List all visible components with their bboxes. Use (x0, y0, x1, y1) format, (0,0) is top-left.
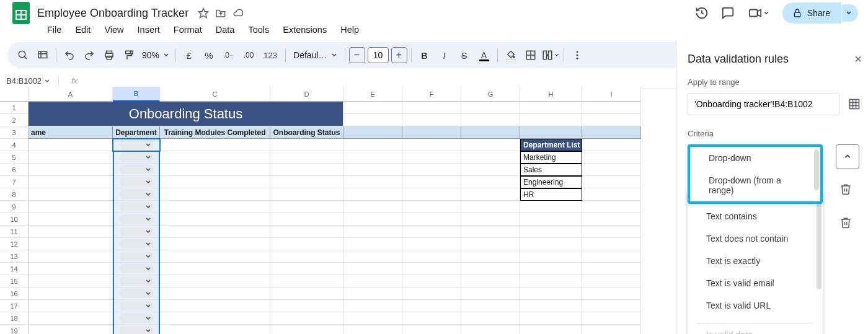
name-box[interactable]: B4:B1002 (6, 76, 53, 86)
cell[interactable] (29, 275, 113, 288)
cell[interactable] (461, 263, 520, 275)
cell[interactable] (582, 325, 641, 334)
cell[interactable] (29, 263, 113, 275)
menu-format[interactable]: Format (167, 22, 208, 37)
cell[interactable] (29, 300, 113, 312)
zoom-select[interactable]: 90% (140, 50, 172, 60)
cell[interactable] (461, 201, 520, 213)
banner-cell[interactable]: Onboarding Status (29, 102, 343, 126)
row-header[interactable]: 15 (0, 275, 29, 288)
cell[interactable] (402, 164, 461, 176)
criteria-option-text-exactly[interactable]: Text is exactly (688, 250, 823, 272)
move-icon[interactable] (214, 6, 228, 20)
cell[interactable] (160, 226, 270, 238)
cell[interactable] (461, 250, 520, 263)
cell[interactable]: Engineering (520, 176, 582, 188)
cell[interactable] (343, 213, 402, 226)
cell[interactable] (582, 151, 641, 164)
cell[interactable] (29, 288, 113, 300)
cell[interactable] (582, 263, 641, 275)
menu-insert[interactable]: Insert (131, 22, 166, 37)
cell[interactable] (29, 188, 113, 201)
cell[interactable] (29, 151, 113, 164)
col-header-i[interactable]: I (582, 87, 641, 102)
cell[interactable] (520, 288, 582, 300)
cell[interactable] (270, 176, 343, 188)
dropdown-chip[interactable] (119, 165, 154, 174)
cell[interactable] (270, 164, 343, 176)
col-header-d[interactable]: D (270, 87, 343, 102)
dropdown-chip[interactable] (119, 239, 154, 248)
cell[interactable]: Sales (520, 164, 582, 176)
cell[interactable] (160, 139, 270, 151)
criteria-option-dropdown[interactable]: Drop-down (690, 147, 820, 169)
col-header-h[interactable]: H (520, 87, 582, 102)
cell[interactable] (520, 250, 582, 263)
cell[interactable] (520, 201, 582, 213)
col-header-a[interactable]: A (29, 87, 113, 102)
criteria-option-valid-url[interactable]: Text is valid URL (688, 294, 823, 317)
cell[interactable] (343, 164, 402, 176)
cell[interactable] (343, 288, 402, 300)
select-all-corner[interactable] (0, 87, 29, 102)
row-header[interactable]: 3 (0, 126, 29, 139)
cell[interactable] (29, 164, 113, 176)
dropdown-chip[interactable] (119, 190, 154, 199)
cell[interactable] (402, 288, 461, 300)
menu-data[interactable]: Data (210, 22, 241, 37)
cell[interactable]: HR (520, 188, 582, 201)
row-header[interactable]: 12 (0, 238, 29, 250)
more-formats-button[interactable]: 123 (259, 46, 281, 64)
cell[interactable] (113, 300, 160, 312)
increase-decimal-icon[interactable]: .00 (239, 46, 258, 64)
cell[interactable] (160, 325, 270, 334)
paint-format-icon[interactable] (120, 46, 138, 64)
cell[interactable] (343, 176, 402, 188)
cell[interactable] (520, 102, 582, 114)
cell[interactable] (343, 325, 402, 334)
col-header-b[interactable]: B (113, 87, 160, 102)
cell[interactable] (343, 250, 402, 263)
meet-icon[interactable] (746, 6, 771, 20)
row-header[interactable]: 19 (0, 325, 29, 334)
cell[interactable] (461, 213, 520, 226)
font-size-input[interactable] (368, 47, 389, 63)
delete-option-icon[interactable] (839, 183, 853, 196)
cell[interactable] (270, 238, 343, 250)
cell[interactable] (343, 300, 402, 312)
row-header[interactable]: 1 (0, 102, 29, 114)
dropdown-chip[interactable] (119, 227, 154, 236)
cell[interactable] (343, 151, 402, 164)
menu-tools[interactable]: Tools (242, 22, 275, 37)
col-header-f[interactable]: F (402, 87, 461, 102)
cell[interactable] (461, 164, 520, 176)
scrollbar[interactable] (817, 196, 822, 289)
cell[interactable] (270, 325, 343, 334)
cell[interactable] (520, 114, 582, 126)
cell[interactable] (160, 250, 270, 263)
cell[interactable] (582, 250, 641, 263)
cell[interactable]: ame (29, 126, 113, 139)
cell[interactable]: Onboarding Status (270, 126, 343, 139)
select-range-icon[interactable] (846, 95, 863, 113)
cell[interactable] (113, 188, 160, 201)
cell[interactable] (461, 325, 520, 334)
dropdown-chip[interactable] (119, 202, 154, 211)
menu-help[interactable]: Help (334, 22, 365, 37)
cell[interactable] (113, 213, 160, 226)
cell[interactable] (402, 126, 461, 139)
cell[interactable] (461, 275, 520, 288)
criteria-option-valid-email[interactable]: Text is valid email (688, 272, 823, 294)
cell[interactable] (113, 312, 160, 325)
cell[interactable] (461, 102, 520, 114)
percent-icon[interactable]: % (200, 46, 218, 64)
cell[interactable] (582, 201, 641, 213)
criteria-option-text-contains[interactable]: Text contains (688, 205, 823, 227)
cell[interactable] (343, 263, 402, 275)
cell[interactable] (402, 188, 461, 201)
cloud-status-icon[interactable] (231, 6, 245, 20)
sheet-view-icon[interactable] (33, 46, 52, 64)
dropdown-chip[interactable] (119, 152, 154, 162)
cell[interactable] (461, 288, 520, 300)
cell[interactable] (520, 126, 582, 139)
